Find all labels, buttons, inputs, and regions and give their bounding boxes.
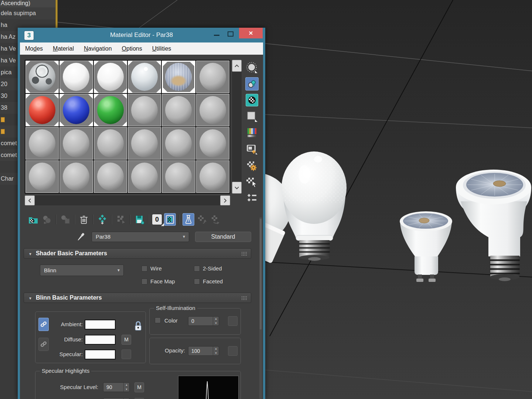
checkbox-faceted[interactable]: Faceted [194,278,223,284]
material-slot-7[interactable] [25,94,59,126]
assign-material-to-selection-icon[interactable] [59,213,71,226]
material-map-navigator-icon[interactable] [245,191,259,205]
lock-diffuse-specular-button[interactable] [38,338,49,351]
material-slot-16[interactable] [128,127,161,160]
material-slot-8[interactable] [59,94,93,126]
put-to-library-icon[interactable] [133,213,145,226]
spinner-down-icon[interactable]: ▼ [213,321,219,325]
material-toolbar[interactable]: 0 [27,213,222,226]
material-editor-window[interactable]: 3 Material Editor - Par38 ✕ ModesMateria… [18,28,265,399]
select-by-material-icon[interactable] [245,175,259,189]
material-slot-3[interactable] [94,61,127,93]
bulb-gu10[interactable] [400,211,452,282]
checkbox-2-sided[interactable]: 2-Sided [194,265,222,272]
slots-scroll-down-icon[interactable] [232,182,242,194]
checkbox-box[interactable] [194,279,200,284]
opacity-spinner[interactable]: 100 ▲▼ [188,346,219,356]
specular-level-spinner[interactable]: 90 ▲▼ [103,382,130,392]
material-slot-4[interactable] [128,61,161,93]
menu-material[interactable]: Material [53,45,74,52]
list-item[interactable]: Ascending) [0,0,55,7]
material-slot-14[interactable] [59,127,93,160]
material-slot-5-selected[interactable] [162,61,195,93]
slots-scroll-up-icon[interactable] [232,60,242,72]
material-id-channel-icon[interactable]: 0 [152,214,162,225]
material-slot-15[interactable] [94,127,127,160]
material-slot-22[interactable] [128,160,161,193]
background-icon[interactable] [245,93,259,107]
slots-vscroll-track[interactable] [232,60,242,194]
list-item[interactable]: dela supimpa [0,7,55,19]
backlight-icon[interactable] [245,77,259,91]
material-slot-1[interactable] [25,61,59,93]
show-shaded-material-in-viewport-icon[interactable] [164,213,176,226]
lock-colors-icon[interactable] [133,321,143,334]
menu-options[interactable]: Options [122,45,142,52]
material-slot-18[interactable] [196,127,229,160]
maximize-icon[interactable] [228,31,233,37]
material-slot-24[interactable] [196,160,229,193]
menu-navigation[interactable]: Navigation [84,45,112,52]
make-preview-icon[interactable] [245,142,259,156]
menu-utilities[interactable]: Utilities [152,45,171,52]
material-slot-20[interactable] [59,160,93,193]
material-slot-2[interactable] [59,61,93,93]
checkbox-box[interactable] [141,266,147,272]
opacity-map-button[interactable] [228,346,238,356]
specular-map-button[interactable] [122,349,131,359]
menu-modes[interactable]: Modes [25,45,43,52]
material-type-button[interactable]: Standard [195,232,251,242]
shader-type-dropdown[interactable]: Blinn ▼ [40,265,124,276]
slots-hscroll-track[interactable] [25,195,230,205]
spinner-up-icon[interactable]: ▲ [213,317,219,321]
reset-map-icon[interactable] [78,213,90,226]
ambient-color-swatch[interactable] [85,320,116,330]
options-icon[interactable] [245,159,259,173]
close-icon[interactable]: ✕ [239,28,263,38]
slots-scroll-right-icon[interactable] [220,195,230,205]
diffuse-map-button[interactable]: M [122,335,131,345]
menu-bar[interactable]: ModesMaterialNavigationOptionsUtilities [20,42,263,55]
checkbox-box[interactable] [141,279,147,284]
material-slot-6[interactable] [196,61,229,93]
specular-color-swatch[interactable] [85,349,116,359]
bulb-a19[interactable] [282,151,347,261]
bulb-par38[interactable] [456,170,531,281]
go-to-parent-icon[interactable] [196,213,208,226]
make-unique-icon[interactable] [115,213,127,226]
self-illumination-spinner[interactable]: 0 ▲▼ [188,316,219,326]
minimize-icon[interactable] [214,35,219,36]
material-slot-12[interactable] [196,94,229,126]
spinner-up-icon[interactable]: ▲ [213,347,219,351]
title-bar[interactable]: 3 Material Editor - Par38 ✕ [20,28,263,42]
material-slot-23[interactable] [162,160,195,193]
make-material-copy-icon[interactable] [96,213,108,226]
material-slot-9[interactable] [94,94,127,126]
spinner-down-icon[interactable]: ▼ [124,387,129,392]
rollout-scrollbar[interactable] [259,217,262,399]
rollout-blinn-basic-parameters[interactable]: ▼Blinn Basic Parameters [24,293,251,303]
show-end-result-icon[interactable] [183,213,194,226]
sample-type-icon[interactable] [245,61,259,75]
go-forward-to-sibling-icon[interactable] [210,213,222,226]
sample-uv-tiling-icon[interactable] [245,109,259,123]
get-material-icon[interactable] [27,213,39,226]
video-color-check-icon[interactable] [245,126,259,140]
sample-slot-grid[interactable] [25,60,230,194]
spinner-down-icon[interactable]: ▼ [213,351,219,355]
checkbox-box[interactable] [194,266,200,272]
diffuse-color-swatch[interactable] [85,335,116,345]
lock-ambient-diffuse-button[interactable] [38,318,49,331]
pick-material-from-object-icon[interactable] [75,231,86,242]
material-name-dropdown[interactable]: Par38 ▼ [92,232,189,242]
material-slot-11[interactable] [162,94,195,126]
rollout-collapse-icon[interactable]: ▼ [28,296,32,300]
put-material-to-scene-icon[interactable] [41,213,53,226]
material-slot-13[interactable] [25,127,59,160]
rollout-shader-basic-parameters[interactable]: ▼Shader Basic Parameters [24,248,251,259]
checkbox-wire[interactable]: Wire [141,265,162,272]
specular-level-map-button[interactable]: M [134,382,144,392]
material-slot-19[interactable] [25,160,59,193]
material-slot-17[interactable] [162,127,195,160]
rollout-collapse-icon[interactable]: ▼ [28,252,32,256]
